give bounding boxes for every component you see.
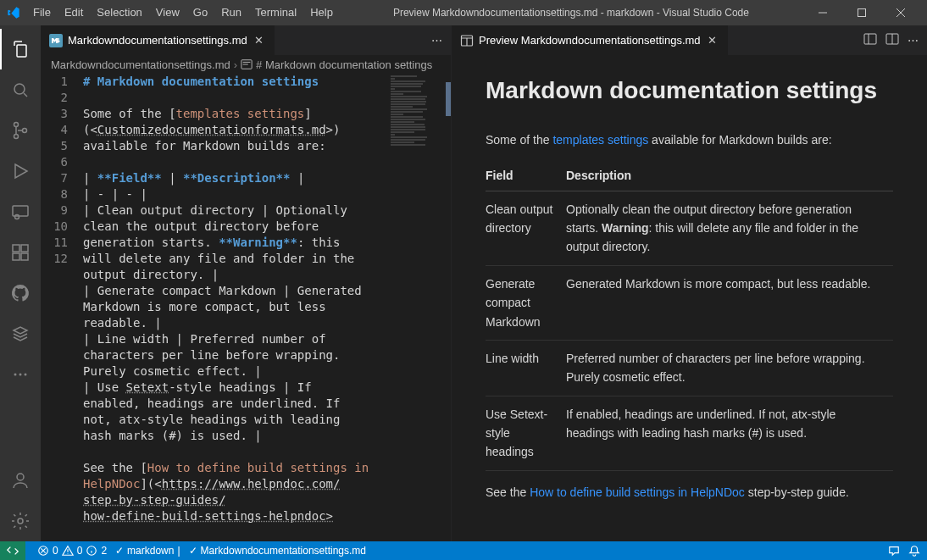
svg-point-1 [14, 84, 25, 94]
titlebar: File Edit Selection View Go Run Terminal… [0, 0, 927, 25]
svg-rect-10 [21, 245, 28, 252]
table-row: Line widthPreferred number of characters… [486, 340, 893, 396]
svg-rect-8 [13, 253, 19, 260]
close-icon[interactable]: ✕ [706, 34, 719, 47]
table-header-description: Description [566, 161, 893, 191]
menu-file[interactable]: File [27, 0, 57, 25]
main-menu: File Edit Selection View Go Run Terminal… [27, 0, 339, 25]
svg-point-15 [18, 518, 23, 524]
line-numbers: 123456789101112 [41, 74, 83, 541]
svg-point-6 [15, 215, 19, 219]
menu-run[interactable]: Run [215, 0, 247, 25]
tab-label: Markdowndocumentationsettings.md [68, 34, 247, 47]
heading-icon [241, 58, 253, 70]
tab-markdown-file[interactable]: Markdowndocumentationsettings.md ✕ [41, 25, 275, 55]
activity-settings[interactable] [0, 501, 41, 541]
tab-label: Preview Markdowndocumentationsettings.md [479, 34, 701, 47]
minimize-button[interactable] [803, 0, 842, 25]
breadcrumb[interactable]: Markdowndocumentationsettings.md › # Mar… [41, 55, 451, 74]
activity-account[interactable] [0, 460, 41, 501]
editor-tabs: Markdowndocumentationsettings.md ✕ ⋯ [41, 25, 451, 55]
editor-group-right: Preview Markdowndocumentationsettings.md… [452, 25, 927, 541]
templates-settings-link[interactable]: templates settings [552, 133, 648, 147]
preview-intro: Some of the templates settings available… [486, 130, 893, 149]
table-header-field: Field [486, 161, 566, 191]
activity-run-debug[interactable] [0, 151, 41, 191]
svg-point-4 [23, 129, 27, 133]
menu-help[interactable]: Help [304, 0, 339, 25]
table-row: Clean output directoryOptionally clean t… [486, 191, 893, 265]
scrollbar-vertical[interactable] [439, 74, 451, 541]
svg-point-11 [14, 374, 17, 376]
window-title: Preview Markdowndocumentationsettings.md… [339, 7, 803, 19]
preview-tabs: Preview Markdowndocumentationsettings.md… [452, 25, 927, 55]
chevron-right-icon: › [234, 58, 237, 71]
activity-remote-explorer[interactable] [0, 191, 41, 232]
close-button[interactable] [881, 0, 920, 25]
activity-bar [0, 25, 41, 541]
tab-more-icon[interactable]: ⋯ [431, 34, 442, 47]
show-source-icon[interactable] [863, 32, 877, 48]
svg-rect-5 [13, 206, 28, 216]
menu-terminal[interactable]: Terminal [249, 0, 303, 25]
vscode-logo-icon [7, 6, 20, 19]
status-feedback-icon[interactable] [888, 545, 900, 557]
status-language[interactable]: ✓ markdown | [115, 545, 180, 557]
minimap[interactable] [389, 74, 436, 541]
svg-point-14 [17, 474, 24, 480]
menu-go[interactable]: Go [187, 0, 214, 25]
svg-point-12 [19, 374, 22, 376]
editor-group-left: Markdowndocumentationsettings.md ✕ ⋯ Mar… [41, 25, 452, 541]
remote-indicator[interactable] [0, 541, 25, 560]
activity-github[interactable] [0, 273, 41, 313]
svg-rect-9 [21, 253, 28, 260]
tab-preview[interactable]: Preview Markdowndocumentationsettings.md… [452, 25, 729, 55]
preview-icon [460, 34, 474, 47]
preview-footer: See the How to define build settings in … [486, 483, 893, 502]
svg-rect-19 [864, 34, 876, 44]
activity-search[interactable] [0, 69, 41, 110]
close-icon[interactable]: ✕ [253, 34, 266, 47]
preview-heading: Markdown documentation settings [486, 72, 893, 110]
status-bar: 0 0 2 ✓ markdown | ✓ Markdowndocumentati… [0, 541, 927, 560]
tab-more-icon[interactable]: ⋯ [908, 34, 919, 47]
breadcrumb-file[interactable]: Markdowndocumentationsettings.md [51, 58, 230, 71]
table-row: Use Setext-style headingsIf enabled, hea… [486, 396, 893, 470]
activity-more[interactable] [0, 354, 41, 395]
workspace: Markdowndocumentationsettings.md ✕ ⋯ Mar… [41, 25, 927, 541]
svg-point-3 [14, 135, 19, 139]
activity-extensions[interactable] [0, 232, 41, 273]
activity-explorer[interactable] [0, 29, 41, 69]
preview-table: Field Description Clean output directory… [486, 161, 893, 471]
activity-source-control[interactable] [0, 110, 41, 151]
menu-view[interactable]: View [150, 0, 186, 25]
status-file[interactable]: ✓ Markdowndocumentationsettings.md [189, 545, 366, 557]
svg-rect-0 [858, 9, 866, 17]
main-area: Markdowndocumentationsettings.md ✕ ⋯ Mar… [0, 25, 927, 541]
svg-point-13 [25, 374, 27, 376]
split-editor-icon[interactable] [885, 32, 899, 48]
table-row: Generate compact MarkdownGenerated Markd… [486, 265, 893, 340]
markdown-preview[interactable]: Markdown documentation settings Some of … [452, 55, 927, 541]
status-problems[interactable]: 0 0 2 [37, 545, 107, 557]
code-editor[interactable]: 123456789101112 # Markdown documentation… [41, 74, 451, 541]
activity-stack[interactable] [0, 313, 41, 354]
svg-rect-7 [13, 245, 19, 252]
breadcrumb-section[interactable]: # Markdown documentation settings [256, 58, 432, 71]
svg-point-2 [14, 123, 19, 127]
menu-edit[interactable]: Edit [58, 0, 89, 25]
menu-selection[interactable]: Selection [91, 0, 147, 25]
helpndoc-link[interactable]: How to define build settings in HelpNDoc [530, 485, 745, 499]
window-controls [803, 0, 920, 25]
markdown-file-icon [49, 34, 63, 47]
status-bell-icon[interactable] [908, 545, 920, 557]
maximize-button[interactable] [842, 0, 881, 25]
